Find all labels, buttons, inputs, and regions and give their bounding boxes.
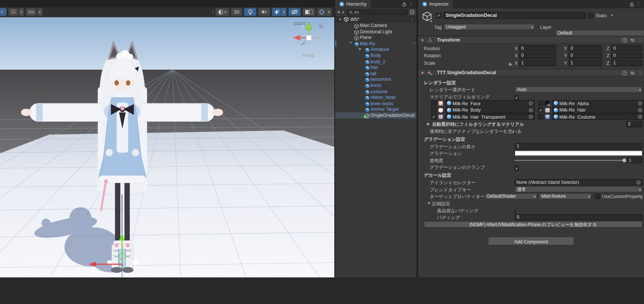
active-tool-button[interactable]: ▾ (0, 8, 7, 16)
filtered-material-count-field[interactable]: 2 (626, 121, 643, 127)
slider-value-field[interactable]: 1 (627, 157, 643, 163)
gizmo-center-cube[interactable] (306, 35, 311, 40)
link-broken-icon[interactable] (508, 61, 513, 68)
create-object-dropdown[interactable]: ▾ (342, 10, 344, 14)
kebab-menu-icon[interactable]: ⋮ (638, 70, 643, 75)
camera-overlay-button[interactable] (302, 8, 315, 16)
component-overlay-dropdown[interactable]: ▾ (326, 8, 332, 16)
material-thumbnail[interactable] (545, 107, 550, 113)
scene-viewport[interactable]: y x Persp (0, 17, 334, 277)
tab-hierarchy[interactable]: Hierarchy (335, 0, 370, 8)
transform-rotation-y-field[interactable]: 0 (568, 52, 602, 58)
lock-icon[interactable] (630, 2, 634, 6)
hierarchy-item-milk-re[interactable]: ▼Milk-Re› (335, 40, 416, 46)
tab-inspector[interactable]: Inspector (418, 0, 452, 8)
hierarchy-item-boots[interactable]: boots (335, 82, 416, 88)
property-checkbox[interactable]: ✓ (515, 95, 519, 100)
transform-position-x-field[interactable]: 0 (519, 45, 556, 51)
scene-lighting-button[interactable] (244, 8, 256, 16)
material-thumbnail[interactable] (438, 100, 443, 106)
static-checkbox[interactable] (588, 13, 593, 18)
transform-position-y-field[interactable]: 0 (568, 45, 602, 51)
static-dropdown[interactable]: ▾ (611, 13, 613, 17)
material-enabled-checkbox[interactable] (431, 107, 436, 113)
add-component-button[interactable]: Add Component (488, 237, 574, 245)
material-thumbnail[interactable] (545, 114, 550, 120)
shading-mode-button[interactable]: ▾ (215, 8, 229, 16)
property-checkbox[interactable]: ✓ (515, 165, 519, 171)
kebab-menu-icon[interactable]: ⋮ (636, 1, 641, 6)
material-field-milk-re-hair[interactable]: Milk-Re_Hair (552, 107, 644, 113)
hierarchy-item-body-2[interactable]: body_2 (335, 58, 416, 64)
foldout-open-icon[interactable]: ▼ (421, 71, 424, 75)
object-picker-icon[interactable] (638, 115, 643, 119)
property-dropdown[interactable]: Auto▾ (515, 86, 643, 92)
icon-dropdown[interactable]: ▾ (430, 20, 432, 24)
slider-handle[interactable] (622, 158, 626, 162)
property-value-field[interactable]: 1 (515, 143, 643, 149)
hierarchy-search-input[interactable]: All (347, 9, 408, 15)
prefab-open-chevron-icon[interactable]: › (413, 40, 415, 45)
hierarchy-item-main-camera[interactable]: Main Camera (335, 22, 416, 28)
scene-root-row[interactable]: ▼ WS* ⋮ (335, 16, 416, 22)
foldout-open-icon[interactable]: ▼ (338, 18, 342, 21)
hierarchy-item-hair[interactable]: hair (335, 64, 416, 70)
object-picker-icon[interactable] (638, 108, 643, 112)
material-thumbnail[interactable] (438, 114, 443, 120)
hierarchy-item-armature[interactable]: ▶Armature (335, 46, 416, 52)
property-dropdown[interactable]: 通常▾ (515, 186, 643, 192)
foldout-open-icon[interactable]: ▼ (349, 41, 352, 45)
hierarchy-item-tail[interactable]: tail (335, 70, 416, 76)
lock-icon[interactable] (402, 2, 407, 6)
gameobject-name-field[interactable]: SingleGradationDecal (443, 12, 586, 19)
snap-increment-button[interactable] (26, 8, 36, 16)
island-selector-field[interactable]: None (Abstract Island Selector) (515, 179, 643, 185)
hierarchy-item-kemomimi[interactable]: kemomimi (335, 76, 416, 82)
grid-snap-dropdown[interactable]: ▾ (18, 8, 24, 16)
object-picker-icon[interactable] (636, 180, 641, 185)
help-icon[interactable]: ? (622, 37, 627, 42)
help-icon[interactable]: ? (622, 70, 627, 75)
property-checkbox[interactable] (515, 209, 515, 214)
kebab-menu-icon[interactable]: ⋮ (410, 17, 415, 22)
property-checkbox[interactable] (515, 130, 515, 135)
hierarchy-item-anchor-target[interactable]: Anchor Target (335, 106, 416, 112)
material-enabled-checkbox[interactable] (538, 100, 543, 106)
scene-view-pane[interactable]: ▾ ▾ ▾ ‖ ▾ 2D (0, 0, 334, 277)
property-value-field[interactable]: 5 (515, 214, 643, 220)
gradient-preview-field[interactable] (515, 151, 643, 156)
hierarchy-item-directional-light[interactable]: Directional Light (335, 28, 416, 34)
hierarchy-item-body[interactable]: Body (335, 52, 416, 58)
foldout-open-icon[interactable]: ▼ (421, 38, 424, 42)
transform-rotation-z-field[interactable]: 0 (611, 52, 642, 58)
hierarchy-item-knee-socks[interactable]: knee-socks (335, 100, 416, 106)
opacity-slider[interactable] (515, 160, 625, 161)
hierarchy-item-costume[interactable]: costume (335, 88, 416, 94)
hierarchy-item-singlegradationdecal[interactable]: SingleGradationDecal (335, 112, 416, 118)
snap-increment-dropdown[interactable]: ▾ (37, 8, 43, 16)
shader-dropdown[interactable]: DefaultShader▾ (485, 193, 537, 199)
tag-dropdown[interactable]: Untagged▾ (443, 24, 535, 30)
decal-header[interactable]: ▼ TTT SingleGradationDecal ? ⋮ (418, 69, 644, 76)
material-field-milk-re-face[interactable]: Milk-Re_Face (445, 100, 535, 106)
presets-icon[interactable] (630, 70, 635, 75)
kebab-menu-icon[interactable]: ⋮ (638, 37, 643, 43)
scene-visibility-button[interactable] (288, 8, 301, 16)
foldout-closed-icon[interactable]: ▶ (359, 47, 362, 51)
scene-audio-button[interactable] (258, 8, 270, 16)
object-picker-icon[interactable] (529, 108, 533, 112)
foldout-closed-icon[interactable]: ▶ (427, 122, 430, 126)
material-field-milk-re-hair-transparent[interactable]: Milk-Re_Hair_Transparent (445, 114, 535, 120)
material-field-milk-re-body[interactable]: Milk-Re_Body (445, 107, 535, 113)
pick-window-icon[interactable] (410, 10, 415, 14)
perspective-label[interactable]: Persp (302, 53, 314, 58)
material-enabled-checkbox[interactable]: ✓ (538, 107, 543, 113)
material-thumbnail[interactable] (438, 107, 443, 113)
foldout-open-icon[interactable]: ▼ (427, 201, 431, 205)
transform-rotation-x-field[interactable]: 0 (519, 52, 556, 58)
hierarchy-item-plane[interactable]: Plane (335, 34, 416, 40)
2d-mode-button[interactable]: 2D (231, 8, 243, 16)
presets-icon[interactable] (630, 37, 635, 42)
scene-effects-button[interactable] (272, 8, 281, 16)
grid-snap-button[interactable] (8, 8, 18, 16)
